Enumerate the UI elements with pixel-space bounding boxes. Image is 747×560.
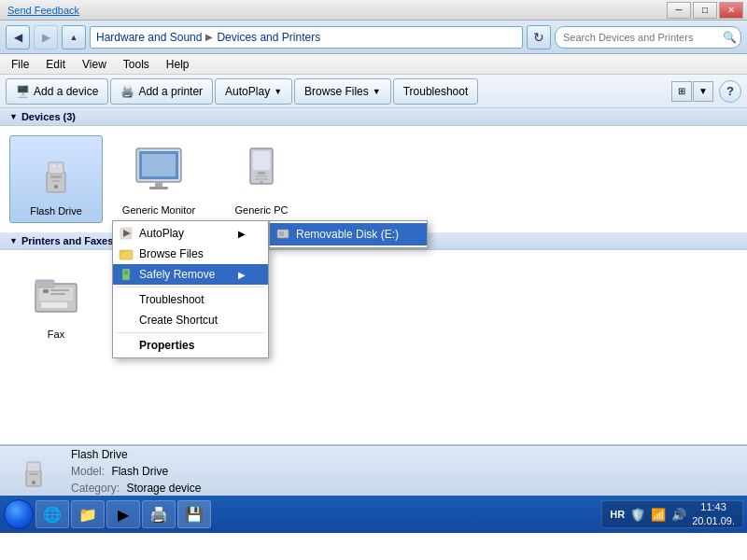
status-model-row: Model: Flash Drive [71, 465, 201, 478]
device-item-flash-drive[interactable]: Flash Drive [9, 135, 103, 223]
svg-point-6 [54, 185, 58, 189]
window-controls: ─ □ ✕ [667, 2, 743, 19]
taskbar: 🌐 📁 ▶ 🖨️ 💾 HR 🛡️ 📶 🔊 11:43 20.01.09. [0, 496, 747, 533]
maximize-button[interactable]: □ [693, 2, 717, 19]
ctx-separator-2 [117, 332, 264, 333]
menu-tools[interactable]: Tools [116, 56, 157, 73]
svg-rect-2 [51, 164, 56, 168]
status-device-name: Flash Drive [71, 448, 128, 461]
add-printer-button[interactable]: 🖨️ Add a printer [110, 78, 213, 105]
autoplay-arrow-icon: ▶ [238, 229, 246, 239]
taskbar-media-button[interactable]: ▶ [106, 500, 140, 528]
device-item-fax[interactable]: Fax [9, 259, 103, 345]
taskbar-devices-button[interactable]: 🖨️ [142, 500, 176, 528]
svg-rect-16 [255, 178, 268, 180]
refresh-button[interactable]: ↻ [527, 25, 551, 49]
path-root[interactable]: Hardware and Sound [96, 31, 202, 44]
view-tiles-button[interactable]: ⊞ [671, 81, 692, 102]
system-clock[interactable]: 11:43 20.01.09. [692, 500, 735, 529]
svg-rect-13 [253, 151, 270, 170]
add-device-icon: 🖥️ [16, 85, 30, 98]
tray-security-icon: 🛡️ [630, 508, 645, 522]
submenu-disk-label: Removable Disk (E:) [296, 228, 399, 241]
svg-rect-37 [279, 231, 284, 236]
fax-icon [26, 265, 86, 325]
ctx-safely-remove[interactable]: Safely Remove ▶ [113, 264, 268, 285]
printers-collapse-icon[interactable]: ▼ [9, 236, 18, 245]
address-bar: ◀ ▶ ▲ Hardware and Sound ▶ Devices and P… [0, 21, 747, 54]
autoplay-button[interactable]: AutoPlay ▼ [215, 78, 292, 105]
svg-rect-11 [149, 187, 168, 189]
svg-rect-21 [41, 302, 67, 308]
submenu: Removable Disk (E:) [269, 220, 428, 248]
taskbar-active-window[interactable]: 💾 [177, 500, 211, 528]
pc-icon [232, 141, 291, 201]
autoplay-arrow-icon: ▼ [274, 87, 282, 96]
help-button[interactable]: ? [719, 80, 741, 103]
ctx-browse-files[interactable]: Browse Files [113, 244, 268, 264]
flash-drive-icon [26, 142, 86, 202]
status-model-label: Model: [71, 465, 105, 478]
menu-file[interactable]: File [4, 56, 36, 73]
context-menu: AutoPlay ▶ Browse Files Safely Remove ▶ … [112, 220, 269, 358]
ctx-autoplay[interactable]: AutoPlay ▶ [113, 223, 268, 244]
path-current[interactable]: Devices and Printers [217, 31, 320, 44]
ctx-properties[interactable]: Properties [113, 335, 268, 356]
status-category-row: Category: Storage device [71, 482, 201, 495]
svg-rect-5 [52, 180, 60, 182]
title-bar: Send Feedback ─ □ ✕ [0, 0, 747, 21]
svg-rect-33 [120, 250, 125, 253]
minimize-button[interactable]: ─ [667, 2, 691, 19]
device-item-pc[interactable]: Generic PC [215, 135, 308, 221]
ctx-troubleshoot[interactable]: Troubleshoot [113, 289, 268, 310]
safely-remove-icon [119, 267, 134, 282]
ctx-separator-1 [117, 287, 264, 287]
svg-rect-20 [35, 280, 54, 287]
menu-view[interactable]: View [75, 56, 114, 73]
device-item-monitor[interactable]: Generic Monitor [112, 135, 205, 221]
svg-rect-24 [50, 293, 65, 295]
monitor-label: Generic Monitor [122, 204, 195, 216]
browse-files-button[interactable]: Browse Files ▼ [294, 78, 391, 105]
flash-drive-label: Flash Drive [30, 205, 82, 217]
system-tray: HR 🛡️ 📶 🔊 11:43 20.01.09. [601, 500, 743, 528]
close-button[interactable]: ✕ [719, 2, 743, 19]
svg-rect-22 [43, 289, 49, 293]
add-printer-icon: 🖨️ [120, 85, 134, 98]
ctx-create-shortcut[interactable]: Create Shortcut [113, 310, 268, 330]
view-dropdown-button[interactable]: ▼ [693, 81, 713, 102]
svg-point-17 [260, 181, 263, 185]
send-feedback-link[interactable]: Send Feedback [7, 5, 79, 16]
menu-bar: File Edit View Tools Help [0, 54, 747, 75]
forward-button[interactable]: ▶ [34, 25, 58, 49]
search-input[interactable] [555, 26, 741, 49]
fax-label: Fax [48, 329, 64, 340]
svg-rect-42 [29, 473, 38, 475]
tray-network-icon: 📶 [651, 508, 666, 522]
search-button[interactable]: 🔍 [721, 29, 738, 46]
tray-language: HR [610, 509, 625, 520]
status-info: Flash Drive Model: Flash Drive Category:… [71, 448, 201, 495]
troubleshoot-button[interactable]: Troubleshoot [393, 78, 479, 105]
svg-rect-41 [35, 464, 38, 467]
devices-collapse-icon[interactable]: ▼ [9, 112, 18, 121]
menu-help[interactable]: Help [159, 56, 197, 73]
devices-section-header: ▼ Devices (3) [0, 108, 747, 126]
svg-point-43 [32, 481, 35, 484]
ctx-autoplay-label: AutoPlay [139, 227, 184, 240]
autoplay-ctx-icon [119, 226, 134, 241]
address-path: Hardware and Sound ▶ Devices and Printer… [90, 26, 523, 49]
svg-rect-9 [142, 154, 176, 176]
path-separator: ▶ [205, 32, 213, 42]
back-button[interactable]: ◀ [6, 25, 30, 49]
submenu-removable-disk[interactable]: Removable Disk (E:) [270, 223, 427, 245]
add-device-button[interactable]: 🖥️ Add a device [6, 78, 108, 105]
status-device-icon [15, 453, 52, 490]
main-content: ▼ Devices (3) Flash Drive [0, 108, 747, 444]
taskbar-ie-button[interactable]: 🌐 [35, 500, 69, 528]
svg-rect-40 [30, 464, 34, 467]
taskbar-explorer-button[interactable]: 📁 [71, 500, 105, 528]
start-button[interactable] [4, 499, 34, 529]
up-button[interactable]: ▲ [62, 25, 86, 49]
menu-edit[interactable]: Edit [38, 56, 73, 73]
